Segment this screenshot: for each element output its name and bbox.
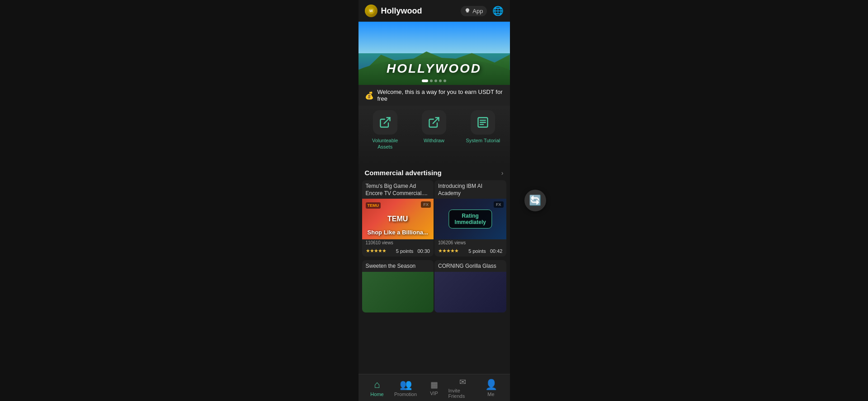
fx-badge-temu: FX xyxy=(421,201,431,208)
vip-icon: ▦ xyxy=(430,380,438,390)
video-title-sweeten: Sweeten the Season xyxy=(362,260,434,272)
withdraw-label: Withdraw xyxy=(424,137,444,144)
system-tutorial-button[interactable]: System Tutorial xyxy=(460,110,506,150)
temu-views: 110610 views xyxy=(362,239,434,246)
phone-screen: W Hollywood App 🌐 xyxy=(359,0,510,401)
dot-1 xyxy=(422,79,428,82)
quick-actions-row: VolunteableAssets Withdraw xyxy=(359,106,510,155)
video-grid: Temu's Big Game Ad Encore TV Commercial.… xyxy=(359,180,510,315)
withdraw-icon xyxy=(428,116,440,129)
ibm-thumb-bg: RatingImmediately FX xyxy=(434,199,506,239)
app-header: W Hollywood App 🌐 xyxy=(359,0,510,22)
download-cloud-icon xyxy=(464,8,471,14)
commercial-title: Commercial advertising xyxy=(365,169,442,177)
video-title-corning: CORNING Gorilla Glass xyxy=(434,260,506,272)
dot-4 xyxy=(439,79,442,82)
app-download-button[interactable]: App xyxy=(461,6,486,16)
volunteable-assets-label: VolunteableAssets xyxy=(372,137,398,150)
temu-stars: ★★★★★ xyxy=(366,248,386,254)
language-button[interactable]: 🌐 xyxy=(492,5,504,16)
nav-home[interactable]: ⌂ Home xyxy=(363,379,392,397)
rating-badge[interactable]: RatingImmediately xyxy=(449,210,492,228)
video-card-temu[interactable]: Temu's Big Game Ad Encore TV Commercial.… xyxy=(362,180,434,256)
dot-2 xyxy=(430,79,433,82)
video-card-sweeten[interactable]: Sweeten the Season xyxy=(362,260,434,312)
share-icon xyxy=(379,116,392,129)
banner-sky xyxy=(359,22,510,53)
nav-vip[interactable]: ▦ VIP xyxy=(420,380,448,396)
ibm-views: 106206 views xyxy=(434,239,506,246)
hero-banner[interactable]: HOLLYWOOD xyxy=(359,22,510,85)
header-title: Hollywood xyxy=(381,6,422,16)
video-card-ibm[interactable]: Introducing IBM AI Academy RatingImmedia… xyxy=(434,180,506,256)
video-card-corning[interactable]: CORNING Gorilla Glass xyxy=(434,260,506,312)
welcome-bar: 💰 Welcome, this is a way for you to earn… xyxy=(359,85,510,106)
nav-promotion[interactable]: 👥 Promotion xyxy=(392,379,420,397)
video-thumb-temu: TEMU TEMU Shop Like a Billiona... FX xyxy=(362,199,434,239)
svg-line-2 xyxy=(384,118,390,124)
app-logo: W xyxy=(365,5,377,17)
system-tutorial-icon-wrap xyxy=(471,110,495,135)
banner-text: HOLLYWOOD xyxy=(387,61,481,76)
shop-like-billionaire: Shop Like a Billiona... xyxy=(362,229,434,236)
dot-5 xyxy=(443,79,446,82)
dot-3 xyxy=(434,79,437,82)
promotion-label: Promotion xyxy=(394,392,417,397)
banner-dots xyxy=(422,79,446,82)
home-label: Home xyxy=(370,392,383,397)
home-icon: ⌂ xyxy=(374,379,380,391)
welcome-text: Welcome, this is a way for you to earn U… xyxy=(377,89,504,102)
quick-actions-section: VolunteableAssets Withdraw xyxy=(359,106,510,164)
floating-refresh-button[interactable]: 🔄 xyxy=(524,190,546,211)
bottom-navigation: ⌂ Home 👥 Promotion ▦ VIP ✉ Invite Friend… xyxy=(359,374,510,401)
svg-text:W: W xyxy=(369,9,373,13)
me-label: Me xyxy=(487,392,494,397)
withdraw-button[interactable]: Withdraw xyxy=(411,110,457,150)
me-icon: 👤 xyxy=(485,379,497,391)
nav-invite-friends[interactable]: ✉ Invite Friends xyxy=(448,377,477,399)
volunteable-assets-button[interactable]: VolunteableAssets xyxy=(362,110,408,150)
volunteable-assets-icon-wrap xyxy=(373,110,397,135)
refresh-icon: 🔄 xyxy=(529,195,541,206)
video-title-ibm: Introducing IBM AI Academy xyxy=(434,180,506,199)
header-left: W Hollywood xyxy=(365,5,422,17)
ibm-footer: ★★★★★ 5 points 00:42 xyxy=(434,246,506,256)
ibm-points: 5 points 00:42 xyxy=(468,248,502,254)
video-thumb-sweeten xyxy=(362,272,434,312)
wallet-icon: 💰 xyxy=(365,91,374,100)
video-thumb-ibm: RatingImmediately FX xyxy=(434,199,506,239)
video-title-temu: Temu's Big Game Ad Encore TV Commercial.… xyxy=(362,180,434,199)
tutorial-icon xyxy=(476,116,489,129)
temu-logo: TEMU xyxy=(366,202,381,209)
invite-label: Invite Friends xyxy=(448,388,477,399)
main-scroll-area[interactable]: HOLLYWOOD 💰 Welcome, this is a way for y… xyxy=(359,22,510,374)
promotion-icon: 👥 xyxy=(400,379,412,391)
svg-line-3 xyxy=(433,118,439,124)
temu-footer: ★★★★★ 5 points 00:30 xyxy=(362,246,434,256)
app-label: App xyxy=(472,8,483,14)
system-tutorial-label: System Tutorial xyxy=(466,137,500,144)
invite-icon: ✉ xyxy=(459,377,466,387)
header-right: App 🌐 xyxy=(461,5,503,16)
rating-immediately-label: RatingImmediately xyxy=(455,213,486,225)
commercial-more-button[interactable]: › xyxy=(501,169,504,177)
video-thumb-corning xyxy=(434,272,506,312)
vip-label: VIP xyxy=(430,391,438,396)
fx-badge-ibm: FX xyxy=(494,201,504,208)
commercial-section-header: Commercial advertising › xyxy=(359,164,510,180)
ibm-stars: ★★★★★ xyxy=(438,248,458,254)
nav-me[interactable]: 👤 Me xyxy=(477,379,505,397)
withdraw-icon-wrap xyxy=(422,110,446,135)
temu-points: 5 points 00:30 xyxy=(396,248,430,254)
